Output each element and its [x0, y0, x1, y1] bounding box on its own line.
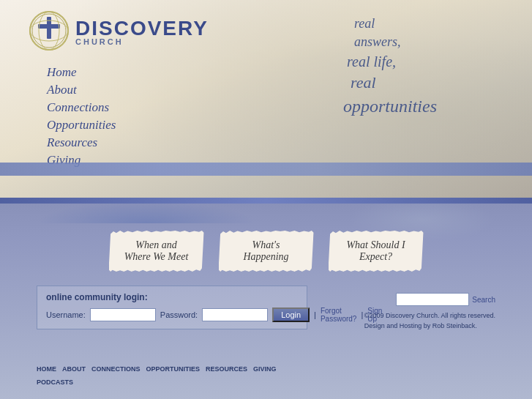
- login-row: Username: Password: Login | Forgot Passw…: [46, 307, 298, 323]
- tagline-line5: opportunities: [343, 94, 437, 119]
- what-expect-button[interactable]: What Should I Expect?: [329, 231, 424, 272]
- nav-item-home[interactable]: Home: [44, 64, 119, 81]
- buttons-row: When and Where We Meet What's Happening …: [109, 231, 424, 272]
- svg-rect-3: [38, 24, 60, 29]
- footer-links: HOME ABOUT CONNECTIONS OPPORTUNITIES RES…: [37, 365, 307, 386]
- footer-link-giving[interactable]: GIVING: [253, 365, 277, 379]
- login-label: online community login:: [46, 292, 298, 302]
- copyright-text: ©2009 Discovery Church. All rights reser…: [364, 311, 495, 331]
- tagline-line3: real life,: [347, 51, 437, 72]
- username-label: Username:: [46, 310, 86, 319]
- footer-link-resources[interactable]: RESOURCES: [206, 365, 247, 379]
- password-label: Password:: [160, 310, 198, 319]
- footer-link-home[interactable]: HOME: [37, 365, 56, 379]
- nav-item-opportunities[interactable]: Opportunities: [44, 117, 119, 133]
- copyright-line1: ©2009 Discovery Church. All rights reser…: [364, 311, 495, 321]
- pipe-separator: |: [314, 310, 316, 319]
- tagline-line2: answers,: [354, 33, 437, 51]
- tagline-line4: real: [351, 72, 437, 94]
- when-where-button[interactable]: When and Where We Meet: [109, 231, 204, 272]
- search-area: Search: [396, 293, 495, 306]
- search-input[interactable]: [396, 293, 469, 306]
- nav-item-resources[interactable]: Resources: [44, 135, 119, 151]
- logo-church-text: CHURCH: [75, 37, 209, 46]
- logo-cross-icon: [29, 11, 70, 51]
- top-section: DISCOVERY CHURCH real answers, real life…: [0, 0, 532, 198]
- username-input[interactable]: [90, 308, 156, 321]
- forgot-password-link[interactable]: Forgot Password?: [321, 307, 356, 323]
- whats-happening-button[interactable]: What's Happening: [219, 231, 314, 272]
- logo-area: DISCOVERY CHURCH: [29, 11, 209, 51]
- blue-stripe-decoration: [0, 163, 532, 176]
- nav-item-connections[interactable]: Connections: [44, 100, 119, 116]
- logo-text: DISCOVERY CHURCH: [75, 17, 209, 46]
- footer-link-opportunities[interactable]: OPPORTUNITIES: [146, 365, 201, 379]
- footer-link-connections[interactable]: CONNECTIONS: [91, 365, 141, 379]
- login-section: online community login: Username: Passwo…: [37, 286, 307, 329]
- copyright-line2: Design and Hosting by Rob Steinback.: [364, 321, 495, 332]
- nav-menu: Home About Connections Opportunities Res…: [44, 64, 119, 168]
- tagline-area: real answers, real life, real opportunit…: [354, 15, 437, 119]
- password-input[interactable]: [202, 308, 268, 321]
- footer-link-podcasts[interactable]: PODCASTS: [37, 379, 73, 386]
- divider-splash: [37, 201, 256, 223]
- login-box: online community login: Username: Passwo…: [37, 286, 307, 329]
- nav-item-about[interactable]: About: [44, 82, 119, 98]
- bottom-section: When and Where We Meet What's Happening …: [0, 198, 532, 399]
- tagline-line1: real: [354, 15, 437, 33]
- search-button[interactable]: Search: [472, 296, 495, 304]
- section-divider: [0, 198, 532, 231]
- footer-link-about[interactable]: ABOUT: [62, 365, 86, 379]
- pipe-separator2: |: [361, 310, 363, 319]
- login-button[interactable]: Login: [272, 307, 310, 322]
